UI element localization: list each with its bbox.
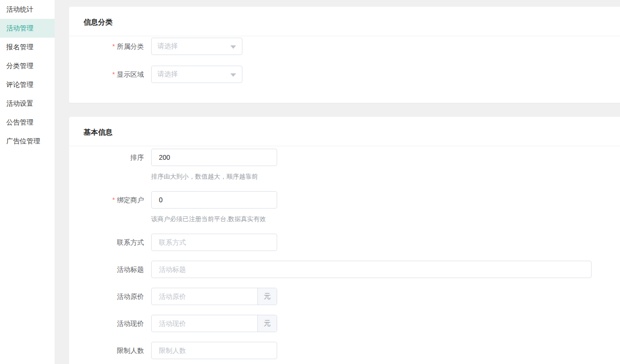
field-label-text: 限制人数 (117, 347, 144, 354)
field-control: 该商户必须已注册当前平台,数据真实有效 (151, 191, 277, 224)
text-input[interactable] (152, 192, 277, 208)
form-field-row: 活动标题 (69, 261, 620, 278)
input-group (151, 234, 277, 251)
text-input[interactable] (152, 288, 257, 305)
sidebar-item[interactable]: 广告位管理 (0, 132, 55, 151)
sidebar-item[interactable]: 评论管理 (0, 75, 55, 94)
field-control (151, 342, 277, 359)
sidebar-item[interactable]: 报名管理 (0, 38, 55, 56)
chevron-down-icon (230, 45, 236, 49)
field-control: 元 (151, 288, 277, 305)
field-hint: 该商户必须已注册当前平台,数据真实有效 (151, 214, 277, 224)
field-control: 元 (151, 315, 277, 332)
input-group: 元 (151, 288, 277, 305)
required-asterisk: * (113, 42, 115, 50)
text-input[interactable] (152, 261, 591, 278)
field-control (151, 234, 277, 251)
main-content: 信息分类*所属分类请选择*显示区域请选择基本信息排序排序由大到小，数值越大，顺序… (69, 0, 620, 364)
required-asterisk: * (113, 70, 115, 78)
form-field-row: 排序排序由大到小，数值越大，顺序越靠前 (69, 149, 620, 182)
input-group (151, 261, 592, 278)
sidebar-item[interactable]: 活动设置 (0, 94, 55, 113)
form-field-row: 活动现价元 (69, 315, 620, 332)
sidebar-item[interactable]: 活动管理 (0, 19, 55, 38)
input-group (151, 191, 277, 209)
field-hint: 排序由大到小，数值越大，顺序越靠前 (151, 172, 277, 182)
field-label: 联系方式 (69, 234, 151, 251)
required-asterisk: * (113, 196, 115, 204)
field-label-text: 联系方式 (117, 238, 144, 246)
app-layout: 活动统计活动管理报名管理分类管理评论管理活动设置公告管理广告位管理 信息分类*所… (0, 0, 620, 364)
form-field-row: *所属分类请选择 (69, 38, 620, 55)
text-input[interactable] (152, 234, 277, 251)
field-label-text: 活动标题 (117, 266, 144, 273)
form-field-row: *绑定商户该商户必须已注册当前平台,数据真实有效 (69, 191, 620, 224)
sidebar-item[interactable]: 公告管理 (0, 113, 55, 132)
field-label: 活动现价 (69, 315, 151, 332)
field-label: 活动原价 (69, 288, 151, 305)
card-title: 信息分类 (69, 7, 620, 36)
chevron-down-icon (230, 73, 236, 77)
field-label: *绑定商户 (69, 191, 151, 209)
select-dropdown[interactable]: 请选择 (151, 66, 242, 83)
field-label-text: 活动原价 (117, 293, 144, 300)
field-control: 排序由大到小，数值越大，顺序越靠前 (151, 149, 277, 182)
field-label: 限制人数 (69, 342, 151, 359)
field-label-text: 排序 (130, 154, 144, 161)
sidebar-menu: 活动统计活动管理报名管理分类管理评论管理活动设置公告管理广告位管理 (0, 0, 55, 364)
form-card: 信息分类*所属分类请选择*显示区域请选择 (69, 7, 620, 103)
field-label: 排序 (69, 149, 151, 166)
input-group (151, 149, 277, 166)
text-input[interactable] (152, 342, 277, 359)
unit-suffix: 元 (257, 315, 277, 332)
sidebar-item[interactable]: 分类管理 (0, 56, 55, 75)
field-control: 请选择 (151, 38, 242, 55)
card-title: 基本信息 (69, 117, 620, 146)
field-label-text: 显示区域 (117, 70, 144, 78)
field-label: *所属分类 (69, 38, 151, 55)
unit-suffix: 元 (257, 288, 277, 305)
form-field-row: 联系方式 (69, 234, 620, 251)
form-card: 基本信息排序排序由大到小，数值越大，顺序越靠前*绑定商户该商户必须已注册当前平台… (69, 117, 620, 364)
card-body: 排序排序由大到小，数值越大，顺序越靠前*绑定商户该商户必须已注册当前平台,数据真… (69, 146, 620, 364)
field-label-text: 活动现价 (117, 320, 144, 327)
field-label-text: 所属分类 (117, 42, 144, 50)
text-input[interactable] (152, 149, 277, 166)
field-control: 请选择 (151, 66, 242, 83)
input-group (151, 342, 277, 359)
card-body: *所属分类请选择*显示区域请选择 (69, 36, 620, 103)
field-label: 活动标题 (69, 261, 151, 278)
input-group: 元 (151, 315, 277, 332)
form-field-row: 活动原价元 (69, 288, 620, 305)
form-field-row: 限制人数 (69, 342, 620, 359)
field-label-text: 绑定商户 (117, 196, 144, 204)
sidebar-item[interactable]: 活动统计 (0, 0, 55, 19)
select-placeholder: 请选择 (157, 42, 178, 51)
select-dropdown[interactable]: 请选择 (151, 38, 242, 55)
field-control (151, 261, 592, 278)
form-field-row: *显示区域请选择 (69, 66, 620, 83)
text-input[interactable] (152, 315, 257, 332)
field-label: *显示区域 (69, 66, 151, 83)
select-placeholder: 请选择 (157, 70, 178, 79)
